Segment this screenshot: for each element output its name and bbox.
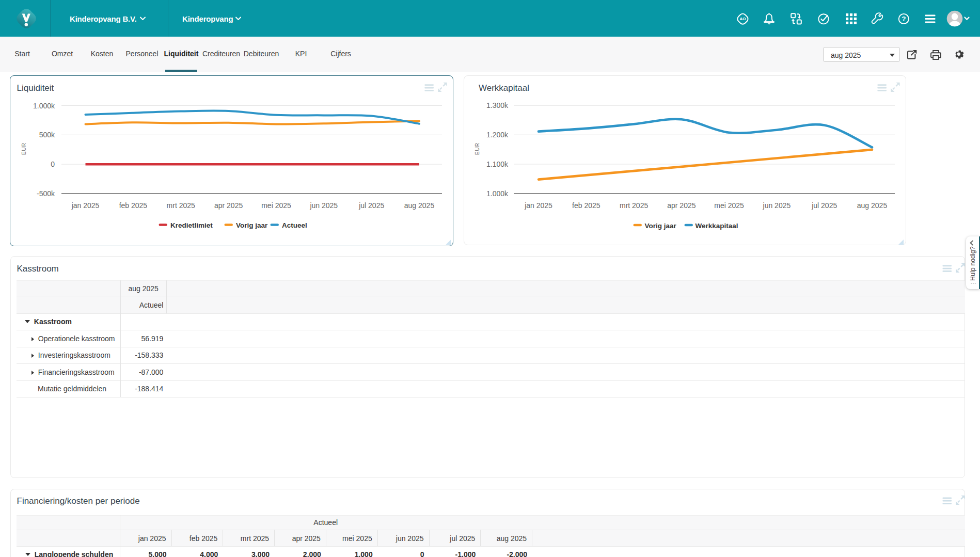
svg-text:Vorig jaar: Vorig jaar [236, 221, 268, 229]
svg-text:1.100k: 1.100k [486, 160, 509, 168]
svg-text:jan 2025: jan 2025 [524, 201, 552, 210]
svg-text:jul 2025: jul 2025 [811, 201, 837, 210]
svg-text:EUR: EUR [475, 142, 480, 155]
svg-text:500k: 500k [39, 131, 55, 139]
svg-text:1.300k: 1.300k [486, 101, 509, 109]
svg-text:apr 2025: apr 2025 [667, 201, 696, 210]
svg-text:mei 2025: mei 2025 [261, 201, 291, 210]
svg-text:1.000k: 1.000k [33, 102, 55, 110]
svg-text:feb 2025: feb 2025 [572, 201, 600, 210]
svg-text:feb 2025: feb 2025 [119, 201, 148, 210]
svg-text:Werkkapitaal: Werkkapitaal [696, 222, 738, 230]
svg-text:aug 2025: aug 2025 [857, 201, 888, 210]
svg-text:1.000k: 1.000k [486, 189, 509, 198]
svg-text:mrt 2025: mrt 2025 [167, 201, 195, 210]
svg-text:jun 2025: jun 2025 [763, 201, 791, 210]
svg-text:aug 2025: aug 2025 [404, 201, 435, 210]
svg-text:jun 2025: jun 2025 [309, 201, 338, 210]
svg-text:EUR: EUR [21, 142, 27, 155]
svg-text:apr 2025: apr 2025 [214, 201, 243, 210]
svg-text:jan 2025: jan 2025 [71, 201, 100, 210]
svg-text:mrt 2025: mrt 2025 [620, 201, 648, 210]
svg-text:mei 2025: mei 2025 [714, 201, 744, 210]
svg-text:Actueel: Actueel [282, 221, 307, 229]
svg-text:Kredietlimiet: Kredietlimiet [170, 221, 213, 229]
svg-text:jul 2025: jul 2025 [358, 201, 384, 210]
svg-text:0: 0 [51, 160, 55, 168]
svg-text:-500k: -500k [37, 189, 55, 198]
svg-text:1.200k: 1.200k [486, 131, 509, 139]
svg-text:Vorig jaar: Vorig jaar [645, 222, 677, 230]
